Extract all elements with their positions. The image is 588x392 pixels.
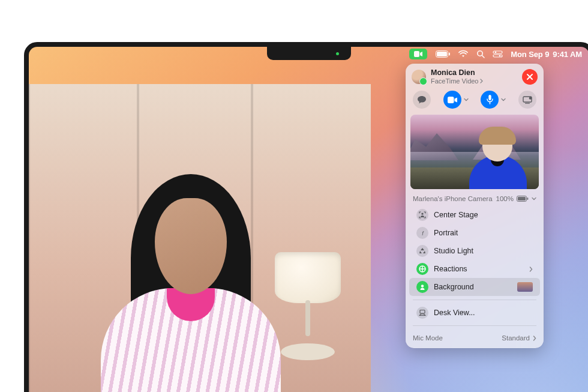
call-controls-row: [406, 88, 544, 115]
portrait-icon: f: [416, 227, 428, 239]
chevron-down-icon: [532, 196, 536, 201]
caller-name: Monica Dien: [431, 69, 517, 77]
svg-point-19: [421, 213, 423, 215]
svg-rect-0: [414, 51, 419, 57]
svg-point-9: [499, 55, 501, 57]
self-preview[interactable]: [410, 115, 539, 189]
option-label: Desk View...: [434, 309, 475, 317]
svg-text:f: f: [422, 230, 424, 236]
background-thumbnail: [517, 282, 533, 292]
svg-rect-11: [488, 95, 491, 100]
camera-source-row[interactable]: Marlena's iPhone Camera 100%: [406, 189, 544, 206]
facetime-active-indicator[interactable]: [409, 49, 427, 59]
svg-point-27: [421, 285, 424, 287]
messages-button[interactable]: [413, 91, 431, 109]
macbook-frame: Mon Sep 9 9:41 AM Monica Dien FaceTime V…: [24, 42, 588, 392]
battery-icon[interactable]: [436, 50, 450, 58]
option-label: Background: [434, 283, 474, 291]
svg-marker-23: [423, 251, 425, 253]
separator: [413, 325, 536, 326]
screen-share-icon: [523, 96, 532, 104]
svg-point-7: [495, 52, 497, 53]
battery-icon: [517, 196, 529, 202]
svg-rect-14: [525, 103, 530, 103]
center-stage-icon: [416, 209, 428, 221]
call-type-label: FaceTime Video: [431, 77, 517, 85]
camera-toggle-group: [443, 91, 469, 109]
menubar-date: Mon Sep 9: [511, 50, 549, 59]
wifi-icon[interactable]: [458, 50, 468, 58]
option-label: Center Stage: [434, 211, 478, 219]
video-icon: [448, 97, 457, 103]
camera-source-label: Marlena's iPhone Camera: [413, 195, 493, 202]
control-center-icon[interactable]: [493, 50, 502, 58]
svg-rect-2: [437, 52, 447, 56]
separator: [413, 300, 536, 300]
screen-share-button[interactable]: [518, 91, 536, 109]
mic-mode-value: Standard: [502, 334, 530, 342]
option-portrait[interactable]: f Portrait: [409, 224, 540, 242]
svg-marker-21: [421, 248, 424, 250]
option-desk-view[interactable]: Desk View...: [409, 304, 540, 322]
svg-rect-6: [493, 51, 502, 53]
close-icon: [526, 73, 533, 80]
panel-header: Monica Dien FaceTime Video: [406, 64, 544, 88]
self-video-figure: [466, 127, 532, 189]
svg-point-15: [529, 97, 532, 100]
option-studio-light[interactable]: Studio Light: [409, 242, 540, 260]
svg-rect-17: [518, 197, 526, 201]
menubar-clock[interactable]: Mon Sep 9 9:41 AM: [511, 50, 582, 59]
facetime-main-video[interactable]: [29, 84, 371, 392]
studio-light-icon: [416, 245, 428, 257]
option-background[interactable]: Background: [409, 278, 540, 296]
camera-battery-status: 100%: [496, 195, 536, 202]
svg-marker-22: [419, 251, 422, 253]
microphone-icon: [487, 95, 493, 104]
caller-avatar[interactable]: [412, 70, 426, 84]
svg-rect-8: [493, 55, 502, 57]
svg-rect-3: [449, 53, 450, 56]
menubar-time: 9:41 AM: [553, 50, 582, 59]
camera-toggle-button[interactable]: [443, 91, 461, 109]
background-icon: [416, 281, 428, 293]
message-icon: [417, 95, 427, 104]
end-call-button[interactable]: [522, 69, 538, 85]
reactions-icon: [416, 263, 428, 275]
camera-led-indicator: [336, 52, 339, 55]
remote-participant: [77, 156, 305, 392]
mic-mode-label: Mic Mode: [413, 334, 443, 342]
option-label: Reactions: [434, 265, 467, 273]
chevron-down-icon[interactable]: [501, 97, 506, 102]
mic-mode-row[interactable]: Mic Mode Standard: [406, 330, 544, 348]
svg-rect-10: [448, 97, 454, 103]
mic-toggle-group: [481, 91, 506, 109]
mic-toggle-button[interactable]: [481, 91, 499, 109]
chevron-down-icon[interactable]: [464, 97, 469, 102]
chevron-right-icon: [529, 267, 533, 272]
option-label: Studio Light: [434, 247, 473, 255]
svg-rect-28: [420, 310, 425, 314]
facetime-control-panel: Monica Dien FaceTime Video: [406, 64, 544, 348]
option-reactions[interactable]: Reactions: [409, 260, 540, 278]
option-center-stage[interactable]: Center Stage: [409, 206, 540, 224]
desk-view-icon: [416, 307, 428, 319]
chevron-right-icon: [533, 336, 536, 341]
spotlight-icon[interactable]: [476, 50, 485, 58]
svg-line-5: [482, 56, 485, 58]
battery-percent: 100%: [496, 195, 514, 202]
option-label: Portrait: [434, 229, 458, 237]
caller-info[interactable]: Monica Dien FaceTime Video: [431, 69, 517, 85]
chevron-right-icon: [480, 79, 483, 83]
display-notch: [267, 47, 351, 60]
svg-rect-18: [527, 198, 529, 200]
